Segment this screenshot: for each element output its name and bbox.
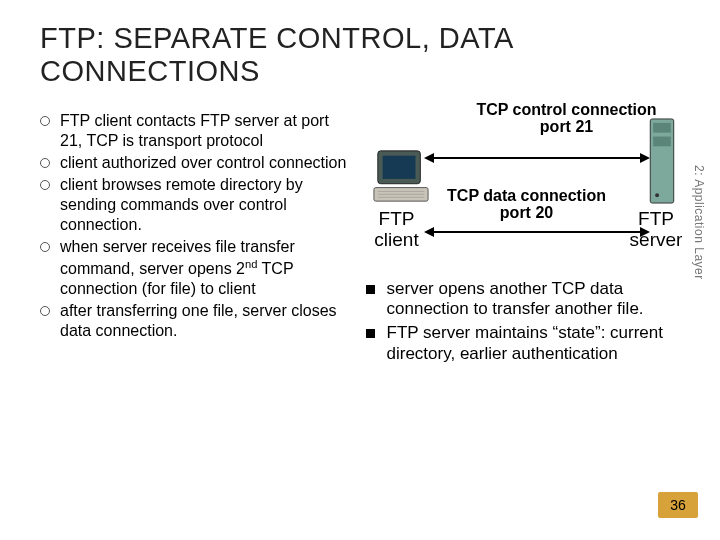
- right-column: TCP control connection port 21: [362, 111, 680, 369]
- control-connection-label: TCP control connection port 21: [467, 101, 667, 136]
- bullet-text: after transferring one file, server clos…: [60, 301, 354, 341]
- data-line1: TCP data connection: [447, 187, 606, 204]
- ftp-diagram: TCP control connection port 21: [362, 111, 680, 271]
- square-bullet-icon: [366, 329, 375, 338]
- bullet-item: FTP client contacts FTP server at port 2…: [40, 111, 354, 151]
- arrow-left-icon: [424, 153, 434, 163]
- square-bullet-icon: [366, 285, 375, 294]
- arrow-right-icon: [640, 153, 650, 163]
- server-label: FTP server: [626, 209, 686, 251]
- server-icon: [648, 117, 676, 205]
- bullet-item: server opens another TCP data connection…: [366, 279, 680, 320]
- computer-icon: [372, 147, 430, 205]
- content-area: FTP client contacts FTP server at port 2…: [40, 111, 680, 369]
- svg-rect-1: [382, 155, 415, 178]
- circle-bullet-icon: [40, 116, 50, 126]
- bullet-item: client authorized over control connectio…: [40, 153, 354, 173]
- svg-rect-7: [653, 123, 671, 133]
- circle-bullet-icon: [40, 180, 50, 190]
- client-label: FTP client: [362, 209, 432, 251]
- bullet-text: client browses remote directory by sendi…: [60, 175, 354, 235]
- circle-bullet-icon: [40, 242, 50, 252]
- data-line2: port 20: [500, 204, 553, 221]
- bullet-item: when server receives file transfer comma…: [40, 237, 354, 299]
- circle-bullet-icon: [40, 306, 50, 316]
- ctrl-line2: port 21: [540, 118, 593, 135]
- right-bullet-list: server opens another TCP data connection…: [366, 279, 680, 365]
- control-arrow-line: [432, 157, 642, 159]
- slide-title: FTP: SEPARATE CONTROL, DATA CONNECTIONS: [40, 22, 680, 89]
- bullet-text-with-sup: when server receives file transfer comma…: [60, 237, 354, 299]
- left-column: FTP client contacts FTP server at port 2…: [40, 111, 354, 369]
- circle-bullet-icon: [40, 158, 50, 168]
- svg-point-9: [655, 193, 659, 197]
- bullet-text: client authorized over control connectio…: [60, 153, 346, 173]
- bullet-item: client browses remote directory by sendi…: [40, 175, 354, 235]
- page-number-badge: 36: [658, 492, 698, 518]
- data-arrow-line: [432, 231, 642, 233]
- ctrl-line1: TCP control connection: [476, 101, 656, 118]
- bullet-text: FTP client contacts FTP server at port 2…: [60, 111, 354, 151]
- chapter-label: 2: Application Layer: [692, 165, 706, 280]
- bullet-text: FTP server maintains “state”: current di…: [387, 323, 680, 364]
- bullet-item: FTP server maintains “state”: current di…: [366, 323, 680, 364]
- bullet-item: after transferring one file, server clos…: [40, 301, 354, 341]
- bullet-text: server opens another TCP data connection…: [387, 279, 680, 320]
- data-connection-label: TCP data connection port 20: [442, 187, 612, 222]
- svg-rect-8: [653, 136, 671, 146]
